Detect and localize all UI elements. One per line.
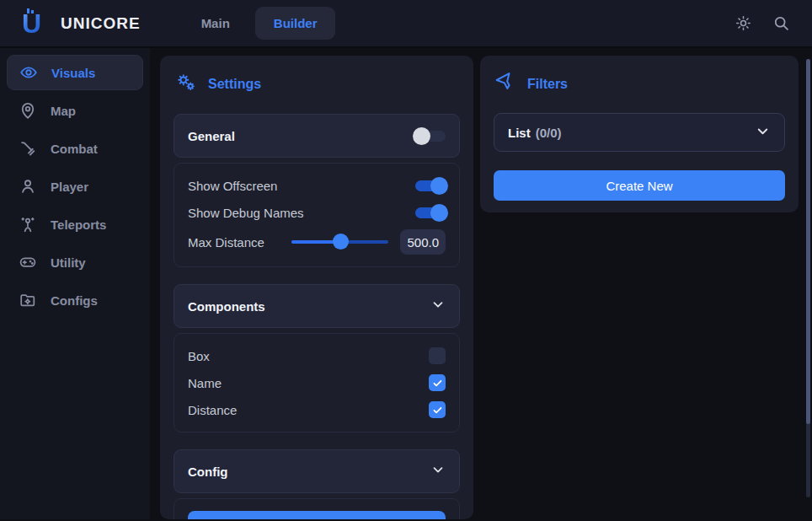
components-label: Components <box>188 299 265 314</box>
sidebar-item-teleports[interactable]: Teleports <box>7 207 143 242</box>
setting-row-show-debug-names: Show Debug Names <box>188 199 446 226</box>
config-label: Config <box>188 465 227 479</box>
setting-row-show-offscreen: Show Offscreen <box>188 172 446 199</box>
dropdown-selected-label: List <box>508 126 531 140</box>
config-section-header[interactable]: Config <box>174 449 460 493</box>
double-gear-icon <box>175 72 197 97</box>
search-icon[interactable] <box>772 14 790 32</box>
general-toggle[interactable] <box>415 131 446 142</box>
slider-knob[interactable] <box>333 234 349 250</box>
settings-panel: Settings General Show Offscreen Show Deb… <box>160 56 473 519</box>
settings-gear-icon[interactable] <box>735 14 752 32</box>
sidebar-item-label: Teleports <box>51 218 106 232</box>
components-section-header[interactable]: Components <box>174 284 460 328</box>
sidebar-item-label: Utility <box>51 255 86 270</box>
filters-panel: Filters List(0/0) Create New <box>480 56 799 212</box>
component-row-distance: Distance <box>188 396 446 423</box>
sidebar-item-visuals[interactable]: Visuals <box>7 55 143 90</box>
filters-panel-header: Filters <box>494 67 785 108</box>
general-label: General <box>188 129 235 143</box>
component-row-box: Box <box>188 342 446 369</box>
filter-list-dropdown[interactable]: List(0/0) <box>494 113 785 152</box>
settings-panel-header: Settings <box>174 67 460 109</box>
tab-main[interactable]: Main <box>183 7 248 40</box>
scrollbar-thumb[interactable] <box>806 59 810 424</box>
brand-name: UNICORE <box>61 14 141 33</box>
sidebar-item-label: Player <box>51 180 88 194</box>
topbar: U UNICORE Main Builder <box>0 0 812 48</box>
funnel-filter-icon <box>495 72 516 96</box>
brand: U UNICORE <box>22 8 141 40</box>
sword-icon <box>19 139 37 158</box>
sidebar-item-configs[interactable]: Configs <box>7 282 143 318</box>
name-checkbox[interactable] <box>429 374 446 391</box>
create-new-button[interactable]: Create New <box>494 170 785 201</box>
person-icon <box>19 177 37 196</box>
sidebar-item-label: Visuals <box>51 66 95 80</box>
chevron-down-icon <box>430 462 446 481</box>
sidebar-item-label: Configs <box>51 293 98 308</box>
filters-title: Filters <box>527 77 568 92</box>
map-pin-icon <box>19 101 37 120</box>
component-row-name: Name <box>188 369 446 396</box>
eye-icon <box>19 63 38 82</box>
gamepad-icon <box>19 253 37 271</box>
sidebar-item-combat[interactable]: Combat <box>7 131 143 166</box>
sidebar-item-label: Map <box>51 104 76 118</box>
sidebar: Visuals Map Combat Play <box>0 48 150 519</box>
box-checkbox[interactable] <box>429 347 446 364</box>
sidebar-item-map[interactable]: Map <box>7 93 143 128</box>
show-debug-names-toggle[interactable] <box>415 207 446 218</box>
chevron-down-icon <box>430 297 446 315</box>
show-offscreen-toggle[interactable] <box>415 180 446 191</box>
dropdown-count: (0/0) <box>536 126 562 140</box>
distance-checkbox[interactable] <box>429 401 446 418</box>
chevron-down-icon <box>755 123 771 142</box>
tab-builder[interactable]: Builder <box>255 7 336 40</box>
play-icon <box>274 518 288 519</box>
teleport-icon <box>19 215 37 234</box>
settings-title: Settings <box>208 77 261 92</box>
setting-row-max-distance: Max Distance 500.0 <box>188 226 446 258</box>
max-distance-value[interactable]: 500.0 <box>400 229 446 255</box>
config-section-body: Load Items <box>174 498 460 519</box>
sidebar-item-utility[interactable]: Utility <box>7 244 143 280</box>
scrollbar-track[interactable] <box>806 59 810 497</box>
top-tabs: Main Builder <box>183 7 336 40</box>
unicore-logo-icon: U <box>22 8 51 40</box>
general-section-body: Show Offscreen Show Debug Names Max Dist… <box>174 163 460 267</box>
main-area: Settings General Show Offscreen Show Deb… <box>150 48 812 519</box>
max-distance-slider[interactable] <box>291 240 388 244</box>
sidebar-item-label: Combat <box>51 142 98 156</box>
sidebar-item-player[interactable]: Player <box>7 169 143 204</box>
general-section-header[interactable]: General <box>174 114 460 158</box>
load-items-button[interactable]: Load Items <box>188 511 446 519</box>
components-section-body: Box Name Distance <box>174 333 460 432</box>
folder-gear-icon <box>19 291 37 309</box>
